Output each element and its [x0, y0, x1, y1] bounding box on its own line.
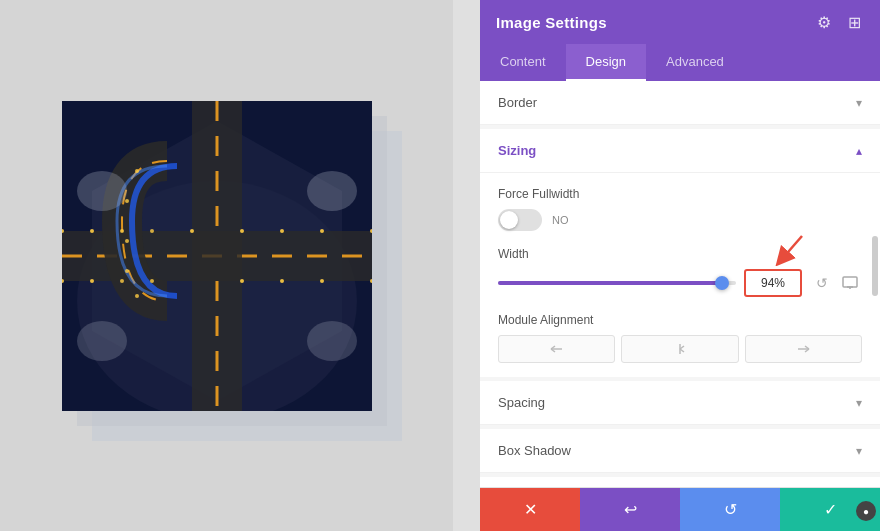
scroll-indicator[interactable] [872, 236, 878, 296]
slider-actions: ↺ [810, 271, 862, 295]
svg-point-14 [280, 229, 284, 233]
svg-point-32 [77, 321, 127, 361]
panel-header-icons: ⚙ ⊞ [814, 12, 864, 32]
svg-point-29 [135, 294, 139, 298]
section-box-shadow: Box Shadow ▾ [480, 429, 880, 473]
svg-point-21 [240, 279, 244, 283]
svg-point-30 [77, 171, 127, 211]
box-shadow-chevron: ▾ [856, 444, 862, 458]
cancel-button[interactable]: ✕ [480, 488, 580, 531]
corner-circle: ● [856, 501, 876, 521]
svg-point-18 [90, 279, 94, 283]
slider-row: ↺ [498, 269, 862, 297]
desktop-icon [842, 275, 858, 291]
svg-point-11 [150, 229, 154, 233]
layout-icon[interactable]: ⊞ [844, 12, 864, 32]
panel-tabs: Content Design Advanced [480, 44, 880, 81]
align-right-icon [796, 342, 810, 356]
settings-icon[interactable]: ⚙ [814, 12, 834, 32]
toggle-row: NO [498, 209, 862, 231]
slider-fill [498, 281, 722, 285]
spacing-section-title: Spacing [498, 395, 545, 410]
device-btn[interactable] [838, 271, 862, 295]
svg-point-9 [90, 229, 94, 233]
border-section-title: Border [498, 95, 537, 110]
alignment-label: Module Alignment [498, 313, 862, 327]
border-chevron: ▾ [856, 96, 862, 110]
box-shadow-section-header[interactable]: Box Shadow ▾ [480, 429, 880, 473]
section-animation: Animation ▾ [480, 477, 880, 487]
section-border: Border ▾ [480, 81, 880, 125]
border-section-header[interactable]: Border ▾ [480, 81, 880, 125]
tab-design[interactable]: Design [566, 44, 646, 81]
align-center-icon [673, 342, 687, 356]
svg-point-13 [240, 229, 244, 233]
panel-header: Image Settings ⚙ ⊞ [480, 0, 880, 44]
tab-advanced[interactable]: Advanced [646, 44, 744, 81]
box-shadow-section-title: Box Shadow [498, 443, 571, 458]
svg-point-28 [125, 269, 129, 273]
toggle-thumb [500, 211, 518, 229]
force-fullwidth-label: Force Fullwidth [498, 187, 862, 201]
fullwidth-toggle[interactable] [498, 209, 542, 231]
alignment-row [498, 335, 862, 363]
svg-point-12 [190, 229, 194, 233]
align-right-btn[interactable] [745, 335, 862, 363]
svg-point-26 [125, 199, 129, 203]
panel-title: Image Settings [496, 14, 607, 31]
width-row: Width [498, 247, 862, 297]
svg-point-23 [320, 279, 324, 283]
image-shadow-stack [62, 101, 392, 431]
svg-point-22 [280, 279, 284, 283]
sizing-section-header[interactable]: Sizing ▴ [480, 129, 880, 173]
redo-button[interactable]: ↺ [680, 488, 780, 531]
spacing-section-header[interactable]: Spacing ▾ [480, 381, 880, 425]
svg-point-31 [307, 171, 357, 211]
panel-footer: ✕ ↩ ↺ ✓ [480, 487, 880, 531]
align-center-btn[interactable] [621, 335, 738, 363]
svg-point-27 [125, 239, 129, 243]
road-image-svg [62, 101, 372, 411]
sizing-section-body: Force Fullwidth NO Width [480, 173, 880, 377]
sizing-chevron: ▴ [856, 144, 862, 158]
animation-section-header[interactable]: Animation ▾ [480, 477, 880, 487]
sizing-section-title: Sizing [498, 143, 536, 158]
reset-btn[interactable]: ↺ [810, 271, 834, 295]
slider-track[interactable] [498, 281, 736, 285]
width-label: Width [498, 247, 862, 261]
svg-point-25 [135, 169, 139, 173]
svg-point-33 [307, 321, 357, 361]
svg-point-10 [120, 229, 124, 233]
slider-thumb[interactable] [715, 276, 729, 290]
svg-point-15 [320, 229, 324, 233]
section-sizing: Sizing ▴ Force Fullwidth NO Width [480, 129, 880, 377]
svg-point-20 [150, 279, 154, 283]
toggle-label: NO [552, 214, 569, 226]
tab-content[interactable]: Content [480, 44, 566, 81]
width-input-wrap [744, 269, 802, 297]
svg-rect-35 [843, 277, 857, 287]
canvas-area [0, 0, 453, 531]
width-input[interactable] [744, 269, 802, 297]
alignment-section: Module Alignment [498, 313, 862, 363]
align-left-icon [550, 342, 564, 356]
main-image [62, 101, 372, 411]
settings-panel: Image Settings ⚙ ⊞ Content Design Advanc… [480, 0, 880, 531]
panel-content: Border ▾ Sizing ▴ Force Fullwidth NO [480, 81, 880, 487]
spacing-chevron: ▾ [856, 396, 862, 410]
section-spacing: Spacing ▾ [480, 381, 880, 425]
align-left-btn[interactable] [498, 335, 615, 363]
undo-button[interactable]: ↩ [580, 488, 680, 531]
svg-point-19 [120, 279, 124, 283]
